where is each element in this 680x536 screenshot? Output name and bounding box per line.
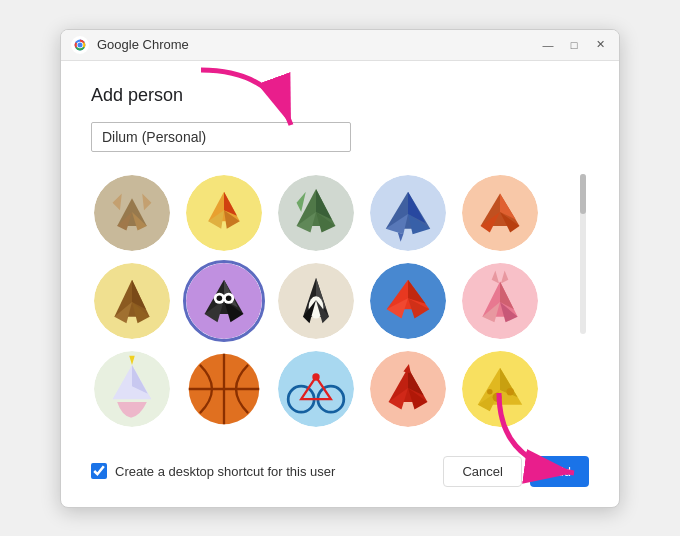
- desktop-shortcut-checkbox[interactable]: [91, 463, 107, 479]
- unicorn-avatar[interactable]: [91, 348, 173, 430]
- dragon-avatar[interactable]: [275, 172, 357, 254]
- cheese-avatar[interactable]: [459, 348, 541, 430]
- maximize-button[interactable]: □: [565, 36, 583, 54]
- close-button[interactable]: ✕: [591, 36, 609, 54]
- cat-avatar[interactable]: [91, 172, 173, 254]
- bicycle-avatar[interactable]: [275, 348, 357, 430]
- window-controls: — □ ✕: [539, 36, 609, 54]
- svg-point-46: [226, 295, 232, 301]
- dialog-content: Add person: [61, 61, 619, 507]
- panda-avatar[interactable]: [183, 260, 265, 342]
- svg-point-72: [278, 351, 354, 427]
- svg-point-76: [312, 373, 319, 380]
- rabbit-avatar[interactable]: [459, 260, 541, 342]
- penguin-avatar[interactable]: [275, 260, 357, 342]
- dialog-heading: Add person: [91, 85, 589, 106]
- monkey-avatar[interactable]: [91, 260, 173, 342]
- scroll-thumb: [580, 174, 586, 214]
- desktop-shortcut-label[interactable]: Create a desktop shortcut for this user: [91, 463, 443, 479]
- minimize-button[interactable]: —: [539, 36, 557, 54]
- name-input-row: [91, 122, 589, 152]
- avatars-section: [91, 172, 589, 430]
- checkbox-text: Create a desktop shortcut for this user: [115, 464, 335, 479]
- dialog-window: Google Chrome — □ ✕ Add person: [60, 29, 620, 508]
- footer-row: Create a desktop shortcut for this user …: [91, 446, 589, 487]
- svg-point-88: [506, 388, 513, 395]
- svg-point-89: [487, 389, 493, 395]
- chrome-logo-icon: [71, 36, 89, 54]
- svg-point-87: [493, 392, 502, 401]
- svg-point-3: [77, 42, 82, 47]
- avatars-grid: [91, 172, 577, 430]
- button-row: Cancel Add: [443, 456, 589, 487]
- cardinal-avatar[interactable]: [367, 348, 449, 430]
- scrollbar[interactable]: [577, 172, 589, 430]
- scroll-track: [580, 174, 586, 334]
- elephant-avatar[interactable]: [367, 172, 449, 254]
- bird-avatar[interactable]: [367, 260, 449, 342]
- fox-avatar[interactable]: [183, 172, 265, 254]
- person-name-input[interactable]: [91, 122, 351, 152]
- basketball-avatar[interactable]: [183, 348, 265, 430]
- window-title: Google Chrome: [97, 37, 539, 52]
- avatars-grid-wrapper: [91, 172, 577, 430]
- lobster-avatar[interactable]: [459, 172, 541, 254]
- cancel-button[interactable]: Cancel: [443, 456, 521, 487]
- titlebar: Google Chrome — □ ✕: [61, 30, 619, 61]
- svg-point-45: [217, 295, 223, 301]
- add-button[interactable]: Add: [530, 456, 589, 487]
